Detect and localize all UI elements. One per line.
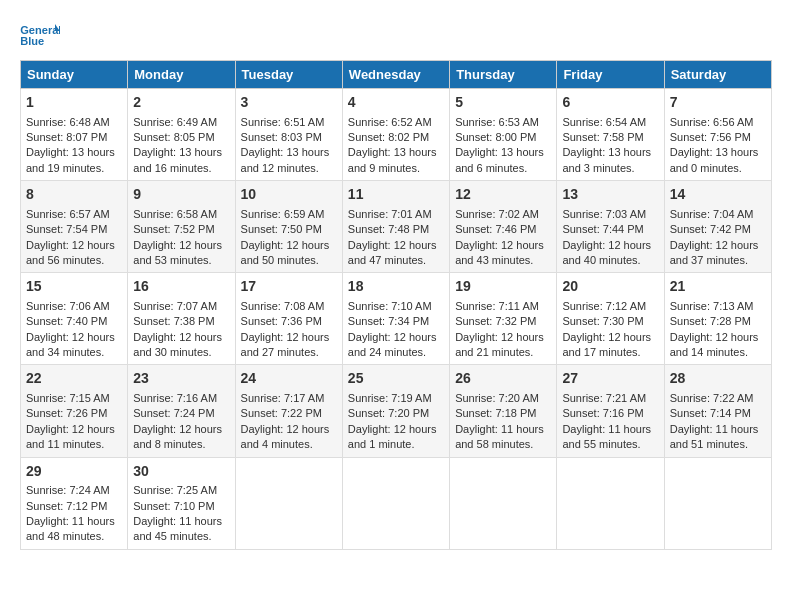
day-number: 27 (562, 369, 658, 389)
calendar-cell: 9Sunrise: 6:58 AMSunset: 7:52 PMDaylight… (128, 181, 235, 273)
day-info: Sunrise: 6:59 AM (241, 207, 337, 222)
day-info: Sunset: 7:34 PM (348, 314, 444, 329)
svg-text:General: General (20, 24, 60, 36)
day-number: 18 (348, 277, 444, 297)
calendar-cell: 17Sunrise: 7:08 AMSunset: 7:36 PMDayligh… (235, 273, 342, 365)
calendar-cell: 21Sunrise: 7:13 AMSunset: 7:28 PMDayligh… (664, 273, 771, 365)
day-info: Sunrise: 7:06 AM (26, 299, 122, 314)
logo-icon: General Blue (20, 20, 60, 50)
day-info: Daylight: 12 hours and 24 minutes. (348, 330, 444, 361)
calendar-week-row: 1Sunrise: 6:48 AMSunset: 8:07 PMDaylight… (21, 89, 772, 181)
day-info: Sunset: 7:44 PM (562, 222, 658, 237)
day-info: Daylight: 12 hours and 50 minutes. (241, 238, 337, 269)
day-info: Daylight: 12 hours and 43 minutes. (455, 238, 551, 269)
day-info: Sunrise: 7:11 AM (455, 299, 551, 314)
day-number: 29 (26, 462, 122, 482)
day-info: Sunrise: 7:04 AM (670, 207, 766, 222)
calendar-cell (664, 457, 771, 549)
calendar-cell: 20Sunrise: 7:12 AMSunset: 7:30 PMDayligh… (557, 273, 664, 365)
day-info: Daylight: 12 hours and 40 minutes. (562, 238, 658, 269)
day-info: Sunrise: 7:13 AM (670, 299, 766, 314)
day-info: Daylight: 12 hours and 53 minutes. (133, 238, 229, 269)
day-info: Sunrise: 7:03 AM (562, 207, 658, 222)
day-info: Daylight: 12 hours and 8 minutes. (133, 422, 229, 453)
calendar-cell: 29Sunrise: 7:24 AMSunset: 7:12 PMDayligh… (21, 457, 128, 549)
day-info: Daylight: 13 hours and 3 minutes. (562, 145, 658, 176)
day-number: 2 (133, 93, 229, 113)
calendar-cell (557, 457, 664, 549)
day-info: Sunset: 8:07 PM (26, 130, 122, 145)
calendar-body: 1Sunrise: 6:48 AMSunset: 8:07 PMDaylight… (21, 89, 772, 550)
day-info: Daylight: 12 hours and 27 minutes. (241, 330, 337, 361)
day-info: Sunset: 7:10 PM (133, 499, 229, 514)
day-info: Sunset: 7:26 PM (26, 406, 122, 421)
day-number: 20 (562, 277, 658, 297)
calendar-cell: 26Sunrise: 7:20 AMSunset: 7:18 PMDayligh… (450, 365, 557, 457)
day-info: Daylight: 12 hours and 21 minutes. (455, 330, 551, 361)
calendar-cell: 15Sunrise: 7:06 AMSunset: 7:40 PMDayligh… (21, 273, 128, 365)
day-info: Sunrise: 6:49 AM (133, 115, 229, 130)
day-info: Daylight: 11 hours and 51 minutes. (670, 422, 766, 453)
day-info: Sunset: 7:56 PM (670, 130, 766, 145)
day-info: Sunrise: 6:52 AM (348, 115, 444, 130)
day-number: 5 (455, 93, 551, 113)
day-info: Daylight: 11 hours and 55 minutes. (562, 422, 658, 453)
day-info: Sunset: 7:36 PM (241, 314, 337, 329)
day-number: 10 (241, 185, 337, 205)
calendar-cell: 11Sunrise: 7:01 AMSunset: 7:48 PMDayligh… (342, 181, 449, 273)
day-info: Sunset: 7:54 PM (26, 222, 122, 237)
header-cell-wednesday: Wednesday (342, 61, 449, 89)
day-info: Sunset: 7:32 PM (455, 314, 551, 329)
day-info: Daylight: 13 hours and 12 minutes. (241, 145, 337, 176)
calendar-cell: 19Sunrise: 7:11 AMSunset: 7:32 PMDayligh… (450, 273, 557, 365)
day-info: Daylight: 12 hours and 14 minutes. (670, 330, 766, 361)
calendar-cell: 22Sunrise: 7:15 AMSunset: 7:26 PMDayligh… (21, 365, 128, 457)
calendar-cell: 3Sunrise: 6:51 AMSunset: 8:03 PMDaylight… (235, 89, 342, 181)
day-info: Sunrise: 7:19 AM (348, 391, 444, 406)
day-number: 4 (348, 93, 444, 113)
calendar-cell: 13Sunrise: 7:03 AMSunset: 7:44 PMDayligh… (557, 181, 664, 273)
calendar-table: SundayMondayTuesdayWednesdayThursdayFrid… (20, 60, 772, 550)
day-info: Sunset: 8:03 PM (241, 130, 337, 145)
day-info: Daylight: 12 hours and 11 minutes. (26, 422, 122, 453)
day-number: 22 (26, 369, 122, 389)
day-number: 23 (133, 369, 229, 389)
calendar-cell: 5Sunrise: 6:53 AMSunset: 8:00 PMDaylight… (450, 89, 557, 181)
calendar-cell: 18Sunrise: 7:10 AMSunset: 7:34 PMDayligh… (342, 273, 449, 365)
day-info: Sunrise: 6:54 AM (562, 115, 658, 130)
day-number: 9 (133, 185, 229, 205)
day-info: Sunset: 7:58 PM (562, 130, 658, 145)
calendar-header-row: SundayMondayTuesdayWednesdayThursdayFrid… (21, 61, 772, 89)
day-info: Sunset: 7:30 PM (562, 314, 658, 329)
calendar-week-row: 22Sunrise: 7:15 AMSunset: 7:26 PMDayligh… (21, 365, 772, 457)
day-number: 6 (562, 93, 658, 113)
day-info: Sunset: 7:42 PM (670, 222, 766, 237)
calendar-cell: 27Sunrise: 7:21 AMSunset: 7:16 PMDayligh… (557, 365, 664, 457)
day-info: Sunrise: 6:51 AM (241, 115, 337, 130)
day-info: Sunrise: 7:25 AM (133, 483, 229, 498)
day-info: Sunrise: 6:56 AM (670, 115, 766, 130)
calendar-cell: 12Sunrise: 7:02 AMSunset: 7:46 PMDayligh… (450, 181, 557, 273)
day-info: Sunrise: 7:20 AM (455, 391, 551, 406)
day-info: Daylight: 12 hours and 56 minutes. (26, 238, 122, 269)
day-info: Sunrise: 7:02 AM (455, 207, 551, 222)
logo: General Blue (20, 20, 60, 50)
calendar-cell (450, 457, 557, 549)
day-number: 15 (26, 277, 122, 297)
day-number: 11 (348, 185, 444, 205)
day-info: Sunrise: 6:48 AM (26, 115, 122, 130)
svg-text:Blue: Blue (20, 35, 44, 47)
day-info: Daylight: 12 hours and 4 minutes. (241, 422, 337, 453)
day-info: Daylight: 13 hours and 19 minutes. (26, 145, 122, 176)
calendar-week-row: 15Sunrise: 7:06 AMSunset: 7:40 PMDayligh… (21, 273, 772, 365)
day-info: Sunset: 7:40 PM (26, 314, 122, 329)
day-info: Sunset: 7:38 PM (133, 314, 229, 329)
day-info: Sunset: 7:50 PM (241, 222, 337, 237)
day-info: Sunrise: 7:22 AM (670, 391, 766, 406)
day-number: 1 (26, 93, 122, 113)
calendar-cell (342, 457, 449, 549)
day-info: Daylight: 12 hours and 17 minutes. (562, 330, 658, 361)
day-info: Sunrise: 7:12 AM (562, 299, 658, 314)
day-info: Sunset: 7:22 PM (241, 406, 337, 421)
day-info: Daylight: 12 hours and 30 minutes. (133, 330, 229, 361)
